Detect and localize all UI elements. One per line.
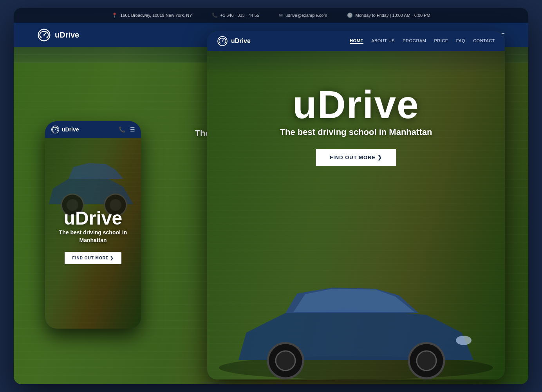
tablet-nav-price[interactable]: PRICE xyxy=(434,38,448,44)
tablet-nav-home[interactable]: HOME xyxy=(350,38,363,44)
desktop-logo: uDrive xyxy=(37,28,79,42)
tablet-mockup: uDrive HOME ABOUT US PROGRAM PRICE FAQ C… xyxy=(207,31,505,379)
mobile-inner: uDrive 📞 ☰ xyxy=(45,121,141,329)
tablet-logo-icon xyxy=(217,36,228,47)
hours-text: Monday to Friday | 10:00 AM - 6:00 PM xyxy=(356,13,430,18)
svg-point-14 xyxy=(55,129,56,130)
mobile-menu-icon[interactable]: ☰ xyxy=(130,126,135,133)
svg-point-2 xyxy=(43,34,45,36)
mobile-brand-name: uDrive xyxy=(62,126,79,133)
mobile-hero-title: uDrive xyxy=(45,207,141,229)
tablet-nav-program[interactable]: PROGRAM xyxy=(403,38,426,44)
info-bar: 📍 1601 Broadway, 10019 New York, NY 📞 +1… xyxy=(14,8,528,23)
phone-icon: 📞 xyxy=(212,13,218,18)
tablet-hero-content: uDrive The best driving school in Manhat… xyxy=(207,82,505,166)
tablet-nav: uDrive HOME ABOUT US PROGRAM PRICE FAQ C… xyxy=(207,31,505,51)
mobile-cta-button[interactable]: FIND OUT MORE ❯ xyxy=(65,252,122,264)
tablet-nav-faq[interactable]: FAQ xyxy=(456,38,466,44)
mobile-car-svg xyxy=(45,138,141,216)
tablet-brand-name: uDrive xyxy=(231,38,251,45)
phone-info: 📞 +1 646 - 333 - 44 55 xyxy=(212,13,259,18)
email-text: udrive@example.com xyxy=(285,13,327,18)
svg-point-11 xyxy=(456,336,472,345)
tablet-car-area xyxy=(207,254,505,379)
tablet-hero-subtitle: The best driving school in Manhattan xyxy=(207,127,505,137)
email-info: ✉ udrive@example.com xyxy=(279,13,327,18)
tablet-cta-button[interactable]: FIND OUT MORE ❯ xyxy=(316,149,396,166)
svg-point-5 xyxy=(222,41,223,42)
address-text: 1601 Broadway, 10019 New York, NY xyxy=(120,13,192,18)
mobile-nav: uDrive 📞 ☰ xyxy=(45,121,141,138)
email-icon: ✉ xyxy=(279,13,283,18)
clock-icon: 🕐 xyxy=(347,13,353,18)
desktop-mockup: 📍 1601 Broadway, 10019 New York, NY 📞 +1… xyxy=(14,8,528,384)
hours-info: 🕐 Monday to Friday | 10:00 AM - 6:00 PM xyxy=(347,13,430,18)
mobile-nav-icons: 📞 ☰ xyxy=(119,126,135,133)
mobile-logo-icon xyxy=(51,125,60,134)
tablet-logo: uDrive xyxy=(217,36,251,47)
tablet-inner: uDrive HOME ABOUT US PROGRAM PRICE FAQ C… xyxy=(207,31,505,379)
mobile-mockup: uDrive 📞 ☰ xyxy=(45,121,141,329)
mobile-logo: uDrive xyxy=(51,125,79,134)
tablet-nav-links: HOME ABOUT US PROGRAM PRICE FAQ CONTACT xyxy=(350,38,495,44)
outer-wrapper: 📍 1601 Broadway, 10019 New York, NY 📞 +1… xyxy=(0,0,542,392)
mobile-hero-content: uDrive The best driving school in Manhat… xyxy=(45,207,141,264)
desktop-logo-icon xyxy=(37,28,51,42)
mobile-car-area xyxy=(45,138,141,216)
tablet-car-svg xyxy=(207,254,505,379)
mobile-phone-icon[interactable]: 📞 xyxy=(119,126,125,133)
phone-text: +1 646 - 333 - 44 55 xyxy=(220,13,259,18)
desktop-brand-name: uDrive xyxy=(55,31,79,40)
tablet-nav-contact[interactable]: CONTACT xyxy=(473,38,495,44)
tablet-hero-title: uDrive xyxy=(207,82,505,127)
tablet-nav-about[interactable]: ABOUT US xyxy=(371,38,395,44)
svg-point-8 xyxy=(276,351,295,370)
svg-point-10 xyxy=(417,351,436,370)
location-icon: 📍 xyxy=(112,13,117,18)
address-info: 📍 1601 Broadway, 10019 New York, NY xyxy=(112,13,192,18)
mobile-hero-subtitle: The best driving school in Manhattan xyxy=(45,229,141,244)
